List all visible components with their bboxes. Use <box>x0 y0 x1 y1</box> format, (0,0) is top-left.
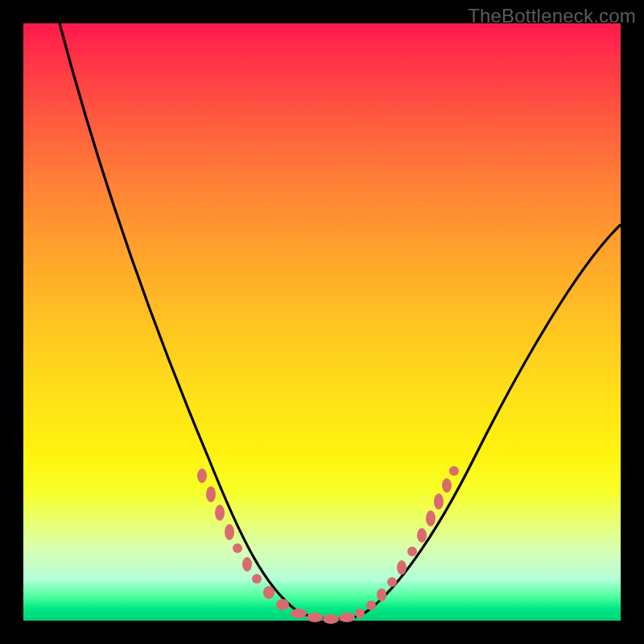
marker-dot <box>387 577 397 587</box>
marker-dot <box>263 586 275 599</box>
marker-dot <box>377 588 386 601</box>
marker-dot <box>426 510 436 526</box>
marker-dot <box>225 524 234 540</box>
marker-dot <box>206 486 216 502</box>
curve-svg <box>23 23 621 621</box>
watermark-text: TheBottleneck.com <box>468 5 636 27</box>
marker-dot <box>197 469 207 483</box>
marker-dot <box>417 528 427 543</box>
marker-dot <box>366 601 376 610</box>
bottleneck-curve <box>60 23 621 619</box>
marker-dot <box>355 609 365 618</box>
marker-dot <box>449 466 459 476</box>
marker-dot <box>323 614 339 624</box>
marker-dot <box>407 547 417 556</box>
marker-dot <box>434 493 444 510</box>
marker-dot <box>252 574 262 584</box>
marker-dot <box>215 505 225 521</box>
marker-dot <box>339 613 355 622</box>
marker-dot <box>442 478 452 493</box>
marker-dot <box>397 560 407 575</box>
curve-markers <box>197 466 459 624</box>
plot-area <box>23 23 621 621</box>
marker-dot <box>276 599 289 610</box>
marker-dot <box>307 613 323 622</box>
marker-dot <box>233 543 242 553</box>
chart-frame: TheBottleneck.com <box>0 0 644 644</box>
marker-dot <box>291 609 307 618</box>
marker-dot <box>242 557 252 572</box>
